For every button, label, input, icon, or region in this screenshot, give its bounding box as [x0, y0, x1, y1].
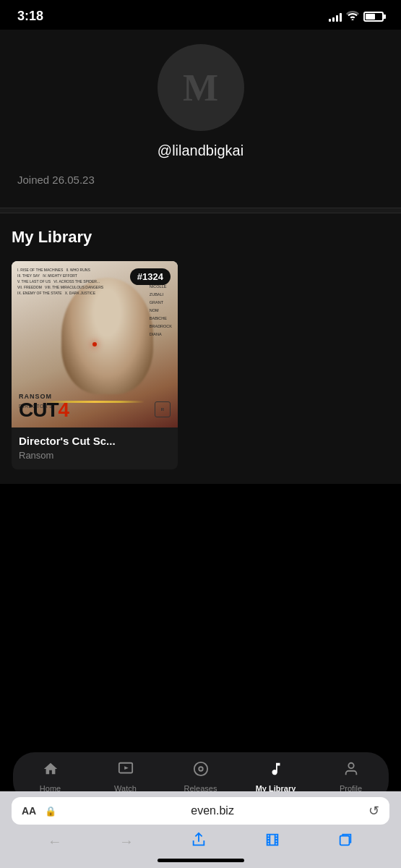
poster-rating: R: [155, 401, 171, 417]
album-cover: I. RISE OF THE MACHINES II. WHO RUNS III…: [12, 261, 178, 427]
library-section: My Library I. RISE OF THE MACHINES II. W…: [0, 213, 401, 484]
album-info: Director's Cut Sc... Ransom: [12, 427, 178, 469]
browser-lock-icon: 🔒: [45, 806, 56, 817]
avatar: M: [158, 44, 244, 131]
home-icon: [43, 761, 59, 781]
browser-tabs-button[interactable]: [337, 832, 353, 851]
browser-aa-button[interactable]: AA: [22, 805, 36, 817]
album-badge: #1324: [130, 268, 171, 285]
profile-icon: [343, 761, 359, 781]
svg-rect-6: [340, 836, 350, 846]
browser-share-button[interactable]: [191, 832, 207, 851]
nav-item-profile[interactable]: Profile: [326, 761, 376, 793]
username: @lilandbigkai: [158, 142, 243, 159]
album-card[interactable]: I. RISE OF THE MACHINES II. WHO RUNS III…: [12, 261, 178, 469]
status-icons: [329, 10, 384, 22]
svg-point-4: [199, 767, 203, 771]
browser-bar: AA 🔒 even.biz ↺ ← →: [0, 791, 401, 868]
nav-item-my-library[interactable]: My Library: [251, 761, 301, 793]
library-title: My Library: [12, 228, 389, 247]
album-grid: I. RISE OF THE MACHINES II. WHO RUNS III…: [12, 261, 389, 469]
browser-back-button[interactable]: ←: [48, 833, 62, 850]
poster-tracklist: I. RISE OF THE MACHINES II. WHO RUNS III…: [17, 267, 149, 296]
poster-main-title: CUT4: [19, 400, 69, 420]
releases-icon: [193, 761, 209, 781]
poster-dot: [92, 342, 97, 346]
nav-item-releases[interactable]: Releases: [176, 761, 226, 793]
status-bar: 3:18: [0, 0, 401, 30]
svg-marker-2: [124, 766, 129, 770]
browser-forward-button[interactable]: →: [119, 833, 134, 850]
profile-section: M @lilandbigkai Joined 26.05.23: [0, 30, 401, 208]
album-artist: Ransom: [19, 450, 171, 461]
nav-item-home[interactable]: Home: [25, 761, 76, 793]
poster-cast: NICOLLEZUBALIGRANTNOMBABICHEBRADROCKDIAN…: [150, 283, 172, 339]
my-library-icon: [268, 761, 284, 781]
signal-icon: [329, 12, 342, 22]
avatar-letter: M: [183, 67, 218, 109]
browser-url[interactable]: even.biz: [62, 804, 363, 817]
battery-icon: [363, 12, 384, 22]
browser-refresh-button[interactable]: ↺: [368, 803, 379, 819]
wifi-icon: [346, 10, 359, 22]
browser-bookmarks-button[interactable]: [264, 832, 280, 851]
status-time: 3:18: [17, 9, 43, 24]
home-indicator: [158, 859, 244, 862]
nav-item-watch[interactable]: Watch: [100, 761, 151, 793]
empty-space: [0, 484, 401, 629]
album-name: Director's Cut Sc...: [19, 435, 171, 447]
browser-url-row[interactable]: AA 🔒 even.biz ↺: [12, 797, 389, 825]
joined-date: Joined 26.05.23: [0, 174, 95, 186]
watch-icon: [118, 761, 134, 781]
poster-background: I. RISE OF THE MACHINES II. WHO RUNS III…: [12, 261, 178, 427]
svg-point-5: [348, 763, 353, 768]
svg-point-0: [352, 19, 354, 20]
svg-point-3: [194, 762, 207, 775]
browser-controls: ← →: [12, 832, 389, 854]
section-divider: [0, 208, 401, 213]
